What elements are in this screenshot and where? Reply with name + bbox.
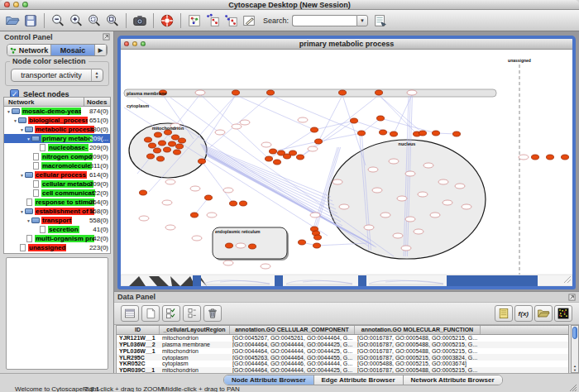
- data-panel-float-icon[interactable]: [568, 294, 576, 301]
- gene-node[interactable]: [267, 90, 275, 95]
- scrollbar-arrows[interactable]: ▲▼: [572, 364, 578, 372]
- gene-node-label[interactable]: [190, 186, 200, 191]
- scrollbar-thumb[interactable]: [572, 327, 577, 339]
- gene-node[interactable]: [232, 90, 240, 95]
- table-cell[interactable]: [GO:0045267, GO:0045261, GO:0044464, G..…: [230, 335, 355, 342]
- tab-network[interactable]: Network: [7, 45, 51, 55]
- snapshot-icon[interactable]: [131, 12, 149, 30]
- gene-node[interactable]: [249, 244, 256, 249]
- gene-node[interactable]: [199, 159, 206, 164]
- search-input[interactable]: [292, 15, 356, 26]
- table-scrollbar[interactable]: ▲▼: [571, 325, 579, 373]
- create-attribute-icon[interactable]: [141, 305, 160, 322]
- tree-row-cellular-process[interactable]: ▼cellular process614(0): [4, 170, 110, 179]
- table-cell[interactable]: [GO:0044464, GO:0044446, GO:0044444, G..…: [230, 361, 355, 367]
- network-canvas[interactable]: plasma membranecytoplasmmitochondrionnuc…: [121, 50, 572, 286]
- gene-node-label[interactable]: [372, 188, 382, 193]
- gene-node[interactable]: [169, 141, 176, 146]
- matrix-icon[interactable]: [554, 305, 572, 322]
- lifesaver-icon[interactable]: [158, 12, 176, 30]
- gene-node[interactable]: [351, 118, 358, 123]
- gene-node-label[interactable]: [261, 264, 270, 269]
- gene-node-label[interactable]: [339, 204, 349, 209]
- gene-node-label[interactable]: [430, 213, 440, 218]
- gene-node[interactable]: [149, 143, 156, 148]
- table-row[interactable]: YKR052Ccytoplasm[GO:0044464, GO:0044446,…: [117, 361, 568, 367]
- birds-eye-view[interactable]: [6, 257, 108, 370]
- gene-node[interactable]: [532, 155, 539, 160]
- expand-arrow-icon[interactable]: ▼: [26, 218, 31, 223]
- tree-row-primary-metabo[interactable]: ▼primary metabo209(...: [4, 134, 110, 143]
- gene-node[interactable]: [299, 240, 306, 245]
- float-panel-icon[interactable]: [103, 33, 110, 41]
- gene-node-label[interactable]: [443, 200, 452, 205]
- gene-node-label[interactable]: [310, 213, 320, 218]
- gene-node[interactable]: [205, 195, 213, 200]
- expand-arrow-icon[interactable]: ▼: [26, 136, 31, 141]
- gene-node-label[interactable]: [405, 171, 415, 176]
- gene-node-label[interactable]: [364, 225, 374, 230]
- table-cell[interactable]: [GO:0005488, GO:0005215, GO:0003674]: [355, 361, 481, 367]
- gene-node-label[interactable]: [261, 142, 271, 147]
- table-cell[interactable]: [GO:0045263, GO:0044464, GO:0044455, G..…: [230, 355, 355, 361]
- gene-node[interactable]: [297, 155, 304, 160]
- tree-row-mosaic-demo-yeast[interactable]: ▼mosaic-demo-yeast874(0): [4, 107, 110, 116]
- gene-node[interactable]: [314, 235, 322, 240]
- tree-row-transport[interactable]: ▼transport558(0): [4, 216, 110, 225]
- open-icon[interactable]: [3, 12, 22, 30]
- table-cell[interactable]: [GO:0044464, GO:0044444, GO:0044425, G..…: [230, 348, 355, 355]
- gene-node[interactable]: [313, 243, 321, 248]
- tree-row-cellular-metabol[interactable]: cellular metabol209(0): [4, 179, 110, 189]
- gene-node-label[interactable]: [236, 243, 246, 248]
- gene-node[interactable]: [266, 156, 273, 161]
- delete-attribute-icon[interactable]: [162, 305, 180, 322]
- expand-arrow-icon[interactable]: ▼: [19, 209, 25, 214]
- table-cell[interactable]: [GO:0016787, GO:0005488, GO:0005215, G..…: [355, 335, 481, 342]
- gene-node[interactable]: [240, 201, 247, 206]
- tab-network-attribute-browser[interactable]: Network Attribute Browser: [404, 375, 502, 385]
- gene-node-label[interactable]: [393, 233, 403, 238]
- tree-header[interactable]: Network Nodes: [4, 98, 110, 107]
- expand-arrow-icon[interactable]: ▼: [6, 109, 12, 114]
- gene-node[interactable]: [155, 132, 162, 137]
- table-col-header[interactable]: ID: [117, 326, 160, 334]
- tree-row-establishment-of-lo[interactable]: ▼establishment of lo558(0): [4, 207, 110, 216]
- gene-node[interactable]: [562, 155, 569, 160]
- gene-node[interactable]: [191, 213, 199, 218]
- gene-node[interactable]: [147, 154, 155, 159]
- save-icon[interactable]: [22, 12, 40, 30]
- gene-node[interactable]: [453, 131, 461, 136]
- node-color-dropdown[interactable]: transporter activity ▲▼: [11, 69, 103, 82]
- gene-node-label[interactable]: [165, 225, 175, 230]
- table-cell[interactable]: YKR052C: [117, 361, 160, 367]
- gene-node-label[interactable]: [308, 146, 318, 151]
- tab-mosaic[interactable]: Mosaic: [51, 45, 95, 55]
- gene-node[interactable]: [145, 137, 152, 142]
- gene-node[interactable]: [157, 156, 165, 161]
- tree-row-overview[interactable]: Overview8(0): [4, 252, 110, 254]
- table-cell[interactable]: [GO:0016787, GO:0005215, GO:0003824, G..…: [355, 355, 481, 361]
- notes-icon[interactable]: [495, 305, 513, 322]
- table-cell[interactable]: cytoplasm: [160, 355, 230, 361]
- gene-node-label[interactable]: [333, 179, 342, 184]
- table-cell[interactable]: [GO:0016787, GO:0005488, GO:0005215, G..…: [355, 342, 481, 348]
- gene-node-label[interactable]: [397, 196, 407, 201]
- tab-edge-attribute-browser[interactable]: Edge Attribute Browser: [314, 375, 404, 385]
- gene-node-label[interactable]: [368, 167, 378, 172]
- gene-node-label[interactable]: [407, 90, 417, 95]
- gene-node[interactable]: [176, 144, 184, 149]
- gene-node[interactable]: [390, 131, 398, 136]
- tab-overflow-arrow[interactable]: ▶: [95, 45, 107, 55]
- gene-node-label[interactable]: [223, 188, 233, 193]
- zoom-out-icon[interactable]: [49, 12, 67, 30]
- gene-node-label[interactable]: [414, 229, 423, 234]
- gene-node[interactable]: [547, 155, 554, 160]
- trash-icon[interactable]: [203, 305, 222, 322]
- gene-node[interactable]: [226, 243, 233, 248]
- tree-row-response-to-stimulu[interactable]: response to stimulu264(0): [4, 198, 110, 207]
- network-window-titlebar[interactable]: primary metabolic process: [121, 39, 572, 50]
- tree-row-biological-process[interactable]: ▼biological_process651(0): [4, 116, 110, 125]
- gene-node-label[interactable]: [240, 120, 250, 125]
- tree-row-macromolecule[interactable]: macromolecule311(0): [4, 161, 110, 170]
- table-cell[interactable]: YPL036W__1: [117, 348, 160, 355]
